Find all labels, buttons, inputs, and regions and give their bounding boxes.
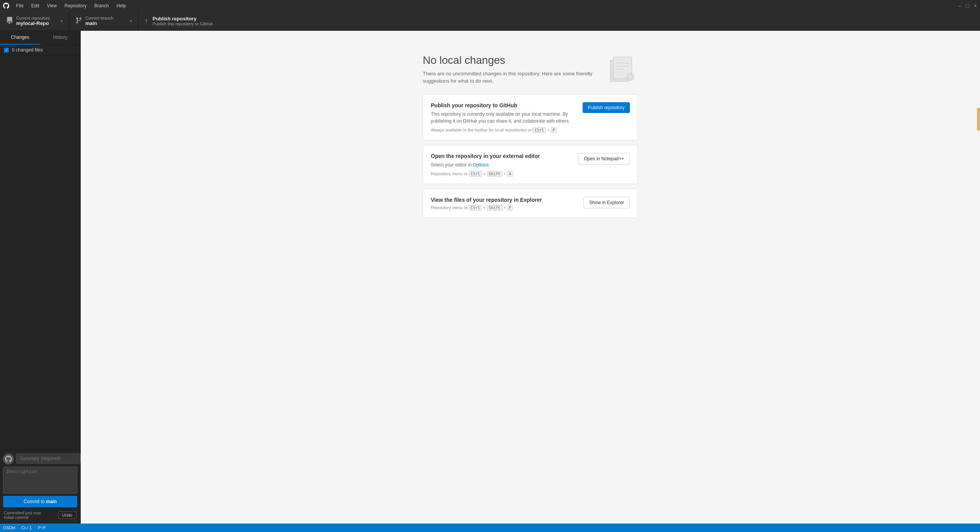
repo-label: Current repository <box>16 16 50 20</box>
status-bar: OSDH Cr✓1 P↑P <box>0 524 980 532</box>
maximize-button[interactable]: □ <box>966 3 969 9</box>
explorer-key-shift: Shift <box>487 205 502 211</box>
initial-commit: Initial commit <box>4 515 41 520</box>
publish-repository-button[interactable]: Publish repository <box>583 102 630 113</box>
commit-row <box>3 454 77 464</box>
current-repo-section[interactable]: Current repository mylocal-Repo ▾ <box>0 12 69 30</box>
explorer-key-ctrl: Ctrl <box>469 205 482 211</box>
editor-card-shortcut: Repository menu or Ctrl + Shift + A <box>431 171 572 176</box>
menu-bar: File Edit View Repository Branch Help <box>12 2 130 10</box>
explorer-shortcut-text: Repository menu or <box>431 205 468 210</box>
show-in-explorer-button[interactable]: Show in Explorer <box>583 197 630 208</box>
repo-chevron: ▾ <box>61 19 63 23</box>
avatar <box>3 454 14 464</box>
scrollbar[interactable] <box>977 108 980 131</box>
explorer-card-content: View the files of your repository in Exp… <box>431 197 577 210</box>
committed-just-now: Committed just now <box>4 510 41 515</box>
commit-button[interactable]: Commit to main <box>3 496 77 507</box>
commit-status: Committed just now Initial commit Undo <box>3 510 77 520</box>
close-button[interactable]: × <box>974 3 977 9</box>
commit-button-branch: main <box>46 499 57 504</box>
menu-file[interactable]: File <box>12 2 27 10</box>
editor-card-desc: Select your editor in Options <box>431 161 572 168</box>
explorer-card: View the files of your repository in Exp… <box>423 189 638 218</box>
publish-section[interactable]: ↑ Publish repository Publish this reposi… <box>138 12 219 30</box>
menu-branch[interactable]: Branch <box>90 2 113 10</box>
repo-value: mylocal-Repo <box>16 20 50 26</box>
explorer-key-f: F <box>507 205 513 211</box>
explorer-card-title: View the files of your repository in Exp… <box>431 197 577 203</box>
editor-card-content: Open the repository in your external edi… <box>431 153 572 176</box>
toolbar: Current repository mylocal-Repo ▾ Curren… <box>0 12 980 31</box>
no-changes-subtitle: There are no uncommitted changes in this… <box>423 70 607 85</box>
minimize-button[interactable]: – <box>958 3 962 9</box>
publish-icon: ↑ <box>145 17 148 25</box>
open-in-editor-button[interactable]: Open in Notepad++ <box>578 153 630 165</box>
changed-files-label: 0 changed files <box>12 47 43 53</box>
editor-shortcut-text: Repository menu or <box>431 171 468 176</box>
no-changes-header: No local changes There are no uncommitte… <box>423 54 638 85</box>
publish-sublabel: Publish this repository to GitHub <box>153 22 213 26</box>
publish-card-content: Publish your repository to GitHub This r… <box>431 102 576 132</box>
select-all-checkbox[interactable]: ✓ <box>4 48 9 53</box>
repo-text: Current repository mylocal-Repo <box>16 16 50 26</box>
branch-text: Current branch main <box>85 16 113 26</box>
publish-key-p: P <box>551 127 557 133</box>
no-changes-text-block: No local changes There are no uncommitte… <box>423 54 607 85</box>
app-logo <box>3 3 9 9</box>
title-bar: File Edit View Repository Branch Help – … <box>0 0 980 12</box>
commit-status-text-wrap: Committed just now Initial commit <box>4 510 41 520</box>
no-changes-container: No local changes There are no uncommitte… <box>423 54 638 223</box>
sidebar-bottom: Commit to main Committed just now Initia… <box>0 450 80 524</box>
tab-changes[interactable]: Changes <box>0 31 40 45</box>
publish-card-title: Publish your repository to GitHub <box>431 102 576 108</box>
commit-button-prefix: Commit to <box>23 499 46 504</box>
title-bar-left: File Edit View Repository Branch Help <box>3 2 130 10</box>
sidebar: Changes History ✓ 0 changed files <box>0 31 81 524</box>
menu-help[interactable]: Help <box>113 2 130 10</box>
main-layout: Changes History ✓ 0 changed files <box>0 31 980 524</box>
publish-label: Publish repository <box>153 16 213 22</box>
editor-card: Open the repository in your external edi… <box>423 145 638 184</box>
description-input[interactable] <box>3 467 77 494</box>
publish-text: Publish repository Publish this reposito… <box>153 16 213 26</box>
options-link[interactable]: Options <box>473 162 488 168</box>
status-item-3: P↑P <box>38 525 46 530</box>
status-item-1: OSDH <box>3 525 15 530</box>
publish-shortcut-text: Always available in the toolbar for loca… <box>431 128 532 132</box>
tab-history[interactable]: History <box>40 31 81 45</box>
branch-value: main <box>85 20 113 26</box>
current-branch-section[interactable]: Current branch main ▾ <box>69 12 138 30</box>
content-area: No local changes There are no uncommitte… <box>81 31 980 524</box>
sidebar-tabs: Changes History <box>0 31 80 45</box>
summary-input[interactable] <box>16 454 81 464</box>
publish-card: Publish your repository to GitHub This r… <box>423 94 638 140</box>
branch-chevron: ▾ <box>130 19 132 23</box>
changed-files-row: ✓ 0 changed files <box>0 45 80 55</box>
undo-button[interactable]: Undo <box>58 511 76 519</box>
publish-card-desc: This repository is currently only availa… <box>431 111 576 125</box>
editor-key-shift: Shift <box>487 171 502 177</box>
branch-icon <box>75 17 82 25</box>
commit-form <box>3 454 77 494</box>
menu-repository[interactable]: Repository <box>61 2 90 10</box>
file-list-area <box>0 55 80 450</box>
status-item-2: Cr✓1 <box>22 525 32 530</box>
no-changes-illustration: ✓ <box>607 54 638 85</box>
editor-card-title: Open the repository in your external edi… <box>431 153 572 159</box>
main-content: No local changes There are no uncommitte… <box>81 31 980 524</box>
publish-key-ctrl: Ctrl <box>533 127 546 133</box>
explorer-card-shortcut: Repository menu or Ctrl + Shift + F <box>431 205 577 210</box>
repo-icon <box>6 17 13 25</box>
editor-desc-prefix: Select your editor in <box>431 162 473 168</box>
editor-key-ctrl: Ctrl <box>469 171 482 177</box>
menu-edit[interactable]: Edit <box>27 2 43 10</box>
menu-view[interactable]: View <box>43 2 61 10</box>
publish-card-shortcut: Always available in the toolbar for loca… <box>431 128 576 132</box>
branch-label: Current branch <box>85 16 113 20</box>
window-controls: – □ × <box>958 3 977 9</box>
no-changes-title: No local changes <box>423 54 607 67</box>
editor-key-a: A <box>507 171 513 177</box>
svg-text:✓: ✓ <box>629 75 632 79</box>
